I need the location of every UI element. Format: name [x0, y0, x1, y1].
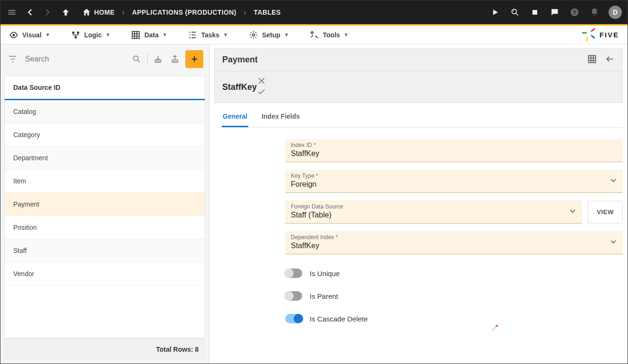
bell-icon[interactable]	[589, 7, 600, 18]
list-item[interactable]: Department	[5, 147, 205, 170]
annotation-arrow	[491, 322, 500, 333]
svg-rect-8	[132, 31, 140, 38]
toggle-parent-label: Is Parent	[310, 292, 338, 300]
list-footer: Total Rows: 8	[4, 338, 205, 360]
brand: FIVE	[586, 30, 619, 40]
svg-rect-1	[532, 10, 537, 15]
toggle-cascade-label: Is Cascade Delete	[310, 315, 368, 323]
page-title: Payment	[222, 55, 258, 65]
search-icon[interactable]	[130, 52, 143, 66]
inspect-icon[interactable]	[509, 7, 521, 18]
download-icon[interactable]	[151, 52, 165, 66]
field-index-id[interactable]: Index ID * StaffKey	[285, 139, 623, 162]
list-item[interactable]: Catalog	[5, 100, 205, 123]
field-foreign-ds[interactable]: Foreign Data Source Staff (Table)	[285, 200, 582, 224]
avatar[interactable]: D	[609, 6, 622, 19]
home-icon	[82, 8, 91, 17]
back-icon[interactable]	[24, 7, 35, 18]
stop-icon[interactable]	[529, 7, 541, 18]
filter-icon[interactable]	[6, 52, 19, 66]
list-item[interactable]: Payment	[5, 193, 205, 216]
breadcrumb-sep: ›	[244, 9, 246, 16]
view-button[interactable]: VIEW	[588, 201, 623, 224]
close-icon[interactable]	[257, 76, 266, 87]
svg-rect-11	[155, 60, 161, 62]
list-item[interactable]: Vendor	[5, 262, 205, 286]
upload-icon[interactable]	[168, 52, 182, 66]
menu-tools[interactable]: Tools▼	[310, 30, 349, 40]
svg-point-0	[512, 9, 516, 14]
add-button[interactable]	[185, 50, 203, 68]
menu-tasks[interactable]: Tasks▼	[188, 30, 228, 40]
svg-point-7	[74, 36, 77, 38]
chevron-down-icon	[609, 237, 618, 248]
svg-text:?: ?	[573, 9, 576, 15]
svg-point-10	[133, 56, 138, 61]
chevron-down-icon	[568, 207, 577, 217]
help-icon[interactable]: ?	[569, 7, 580, 18]
list-item[interactable]: Staff	[5, 239, 205, 262]
chat-icon[interactable]	[549, 7, 560, 18]
breadcrumb-sep: ›	[122, 9, 125, 16]
breadcrumb-apps[interactable]: APPLICATIONS (PRODUCTION)	[132, 9, 236, 16]
list-item[interactable]: Item	[5, 170, 205, 193]
list-item[interactable]: Position	[5, 216, 205, 239]
toggle-unique[interactable]	[285, 269, 302, 278]
menu-data[interactable]: Data▼	[131, 30, 167, 40]
chevron-down-icon	[609, 176, 618, 187]
menu-visual[interactable]: Visual▼	[9, 30, 50, 40]
play-icon[interactable]	[489, 7, 501, 18]
menu-logic[interactable]: Logic▼	[71, 30, 110, 40]
sub-title: StaffKey	[222, 82, 257, 92]
svg-point-6	[77, 31, 79, 34]
tab-index-fields[interactable]: Index Fields	[261, 107, 301, 127]
svg-rect-12	[172, 60, 178, 62]
menu-setup[interactable]: Setup▼	[249, 30, 289, 40]
svg-rect-13	[589, 56, 596, 63]
search-input[interactable]	[23, 51, 126, 67]
toggle-cascade[interactable]	[285, 314, 302, 323]
list-header[interactable]: Data Source ID	[5, 76, 205, 100]
svg-point-9	[253, 34, 255, 36]
forward-icon	[42, 7, 53, 18]
confirm-icon[interactable]	[257, 87, 266, 98]
field-key-type[interactable]: Key Type * Foreign	[285, 170, 623, 193]
breadcrumb-home[interactable]: HOME	[94, 9, 115, 16]
toggle-unique-label: Is Unique	[310, 269, 340, 277]
grid-icon[interactable]	[587, 54, 597, 65]
data-source-list: Data Source ID CatalogCategoryDepartment…	[4, 76, 205, 338]
brand-icon	[586, 30, 597, 40]
toggle-parent[interactable]	[285, 291, 302, 301]
breadcrumb-tables[interactable]: TABLES	[253, 9, 280, 16]
list-item[interactable]: Category	[5, 123, 205, 147]
svg-point-5	[72, 31, 74, 34]
hamburger-icon[interactable]	[6, 7, 17, 18]
back-arrow-icon[interactable]	[605, 54, 615, 65]
up-icon[interactable]	[60, 7, 71, 18]
svg-point-4	[13, 34, 15, 36]
field-dep-index[interactable]: Dependent Index * StaffKey	[285, 231, 623, 254]
tab-general[interactable]: General	[222, 107, 248, 127]
